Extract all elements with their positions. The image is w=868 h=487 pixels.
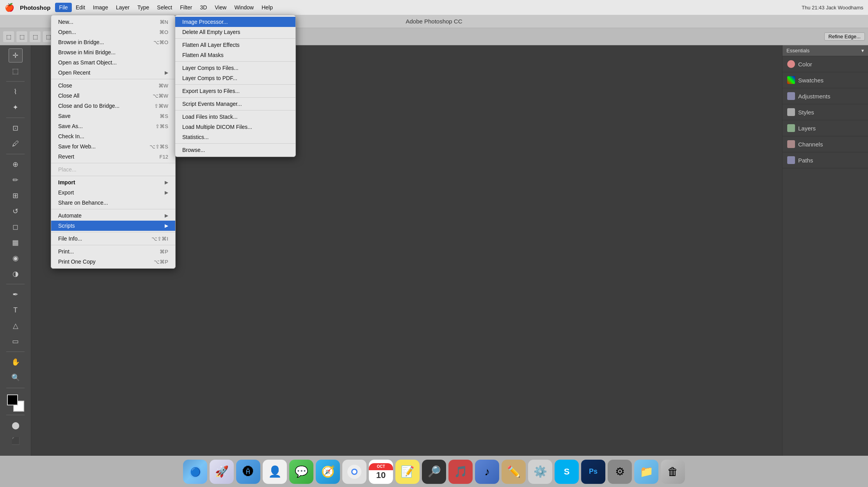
- scripts-statistics[interactable]: Statistics...: [175, 132, 295, 142]
- panel-styles[interactable]: Styles: [783, 104, 868, 120]
- menu-window[interactable]: Window: [230, 3, 258, 12]
- blur-tool[interactable]: ◉: [9, 251, 23, 265]
- dodge-tool[interactable]: ◑: [9, 267, 23, 281]
- dock-finder[interactable]: 🔵: [183, 460, 207, 484]
- dock-app-8[interactable]: 🔎: [422, 460, 446, 484]
- path-tool[interactable]: △: [9, 319, 23, 333]
- menu-new[interactable]: New... ⌘N: [51, 17, 175, 27]
- dock-app-9[interactable]: 🎵: [448, 460, 473, 484]
- menu-save[interactable]: Save ⌘S: [51, 111, 175, 121]
- panel-paths[interactable]: Paths: [783, 152, 868, 168]
- lasso-tool[interactable]: ⌇: [9, 85, 23, 99]
- menu-revert[interactable]: Revert F12: [51, 152, 175, 162]
- menu-share-behance[interactable]: Share on Behance...: [51, 198, 175, 208]
- menu-help[interactable]: Help: [258, 3, 277, 12]
- eraser-tool[interactable]: ◻: [9, 220, 23, 234]
- menu-close-all[interactable]: Close All ⌥⌘W: [51, 91, 175, 101]
- menu-print[interactable]: Print... ⌘P: [51, 246, 175, 257]
- panel-swatches[interactable]: Swatches: [783, 72, 868, 88]
- menu-save-as-label: Save As...: [58, 123, 83, 129]
- scripts-layer-comps-files[interactable]: Layer Comps to Files...: [175, 63, 295, 73]
- dock-calendar[interactable]: OCT 10: [369, 460, 393, 484]
- pen-tool[interactable]: ✒: [9, 287, 23, 301]
- menu-edit[interactable]: Edit: [72, 3, 89, 12]
- dock-launchpad[interactable]: 🚀: [210, 460, 234, 484]
- crop-tool[interactable]: ⊡: [9, 121, 23, 135]
- panel-channels[interactable]: Channels: [783, 136, 868, 152]
- magic-wand-tool[interactable]: ✦: [9, 100, 23, 114]
- menu-filter[interactable]: Filter: [176, 3, 196, 12]
- menu-place[interactable]: Place...: [51, 164, 175, 175]
- dock-folder[interactable]: 📁: [634, 460, 658, 484]
- menu-image[interactable]: Image: [89, 3, 112, 12]
- screen-mode-tool[interactable]: ⬛: [9, 434, 23, 448]
- menu-browse-mini-bridge[interactable]: Browse in Mini Bridge...: [51, 47, 175, 57]
- text-tool[interactable]: T: [9, 303, 23, 317]
- dock-chrome[interactable]: [342, 460, 366, 484]
- menu-scripts[interactable]: Scripts ▶: [51, 221, 175, 231]
- dock-app-15[interactable]: ⚙: [608, 460, 632, 484]
- dock-skype[interactable]: S: [555, 460, 579, 484]
- dock-itunes[interactable]: ♪: [475, 460, 499, 484]
- menu-export[interactable]: Export ▶: [51, 187, 175, 198]
- scripts-layer-comps-pdf[interactable]: Layer Comps to PDF...: [175, 73, 295, 83]
- panel-layers[interactable]: Layers: [783, 120, 868, 136]
- history-tool[interactable]: ↺: [9, 204, 23, 218]
- menu-select[interactable]: Select: [153, 3, 176, 12]
- scripts-load-dicom[interactable]: Load Multiple DICOM Files...: [175, 122, 295, 132]
- menu-browse-bridge[interactable]: Browse in Bridge... ⌥⌘O: [51, 37, 175, 47]
- scripts-load-files-stack[interactable]: Load Files into Stack...: [175, 112, 295, 122]
- panel-adjustments[interactable]: Adjustments: [783, 88, 868, 104]
- scripts-flatten-effects[interactable]: Flatten All Layer Effects: [175, 40, 295, 50]
- dock-contacts[interactable]: 👤: [263, 460, 287, 484]
- dock-safari[interactable]: 🧭: [316, 460, 340, 484]
- healing-tool[interactable]: ⊕: [9, 157, 23, 171]
- gradient-tool[interactable]: ▦: [9, 235, 23, 250]
- move-tool[interactable]: ✛: [9, 48, 23, 62]
- dock-app-11[interactable]: ✏️: [502, 460, 526, 484]
- zoom-tool[interactable]: 🔍: [9, 371, 23, 385]
- menu-check-in[interactable]: Check In...: [51, 131, 175, 141]
- eyedropper-tool[interactable]: 🖊: [9, 137, 23, 151]
- menu-close[interactable]: Close ⌘W: [51, 80, 175, 91]
- foreground-color[interactable]: [7, 394, 18, 405]
- dock-notes[interactable]: 📝: [395, 460, 420, 484]
- dock-messages[interactable]: 💬: [289, 460, 313, 484]
- foreground-background-colors[interactable]: [7, 394, 24, 412]
- quick-mask-tool[interactable]: ⬤: [9, 418, 23, 432]
- dock-system-prefs[interactable]: ⚙️: [528, 460, 552, 484]
- menu-file[interactable]: File: [55, 3, 72, 12]
- dock-photoshop[interactable]: Ps: [581, 460, 605, 484]
- essentials-arrow[interactable]: ▾: [861, 48, 864, 54]
- scripts-delete-empty-layers[interactable]: Delete All Empty Layers: [175, 27, 295, 37]
- menu-automate[interactable]: Automate ▶: [51, 210, 175, 221]
- menu-3d[interactable]: 3D: [196, 3, 211, 12]
- scripts-browse[interactable]: Browse...: [175, 145, 295, 155]
- menu-close-bridge[interactable]: Close and Go to Bridge... ⇧⌘W: [51, 101, 175, 111]
- menu-save-as[interactable]: Save As... ⇧⌘S: [51, 121, 175, 131]
- menu-open-recent[interactable]: Open Recent ▶: [51, 68, 175, 78]
- menu-save-web[interactable]: Save for Web... ⌥⇧⌘S: [51, 141, 175, 152]
- scripts-export-layers[interactable]: Export Layers to Files...: [175, 86, 295, 96]
- menu-import[interactable]: Import ▶: [51, 177, 175, 187]
- menu-open-smart-object[interactable]: Open as Smart Object...: [51, 57, 175, 68]
- hand-tool[interactable]: ✋: [9, 355, 23, 369]
- shape-tool[interactable]: ▭: [9, 334, 23, 348]
- refine-edge-button[interactable]: Refine Edge...: [824, 32, 865, 41]
- menu-layer[interactable]: Layer: [112, 3, 133, 12]
- panel-color[interactable]: Color: [783, 56, 868, 72]
- dock-app-store[interactable]: 🅐: [236, 460, 260, 484]
- apple-logo[interactable]: 🍎: [5, 3, 14, 12]
- scripts-image-processor[interactable]: Image Processor...: [175, 17, 295, 27]
- menu-view[interactable]: View: [211, 3, 230, 12]
- marquee-tool[interactable]: ⬚: [9, 64, 23, 78]
- stamp-tool[interactable]: ⊞: [9, 189, 23, 203]
- menu-file-info[interactable]: File Info... ⌥⇧⌘I: [51, 234, 175, 244]
- dock-trash[interactable]: 🗑: [661, 460, 685, 484]
- scripts-events-manager[interactable]: Script Events Manager...: [175, 99, 295, 109]
- menu-type[interactable]: Type: [133, 3, 153, 12]
- menu-open[interactable]: Open... ⌘O: [51, 27, 175, 37]
- scripts-flatten-masks[interactable]: Flatten All Masks: [175, 50, 295, 60]
- brush-tool[interactable]: ✏: [9, 173, 23, 187]
- menu-print-one-copy[interactable]: Print One Copy ⌥⌘P: [51, 257, 175, 267]
